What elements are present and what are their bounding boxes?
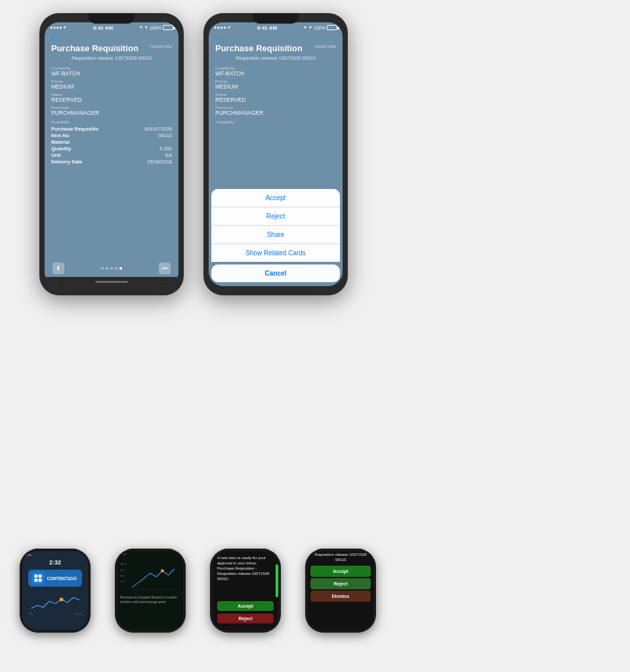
action-reject[interactable]: Reject [211,207,340,226]
field-value-created-by-left: WF-BATCH [51,70,172,77]
avail-row-2: Item No 00010 [51,133,172,138]
svg-rect-3 [38,579,41,582]
watch-3-notification: A new item is ready for your approval in… [213,551,278,630]
card-title-right: Purchase Requisition [215,43,303,54]
avail-row-6: Delivery Date 03/28/2018 [51,159,172,165]
bottom-bar-left: ⬆ ••• [45,260,178,277]
phone-right: ●●●● ▾ 9:41 AM ✦ ✦ 100% Purchase Requisi… [203,13,348,295]
action-share[interactable]: Share [211,226,340,244]
signal-left: ●●●● ▾ [50,25,67,30]
watch-1: ●●● 2:32 CONTENT2GO 0.00 100.00 [20,549,91,633]
svg-point-4 [59,598,63,602]
card-header-right: Purchase Requisition TS00007986 [215,43,336,54]
action-cancel[interactable]: Cancel [211,264,340,282]
battery-icon-right [327,25,337,30]
share-icon-left[interactable]: ⬆ [52,262,64,274]
watch-1-app-label: CONTENT2GO [47,576,77,581]
action-show-related-cards[interactable]: Show Related Cards [211,244,340,262]
field-value-processor-right: PURCHMANAGER [215,110,336,116]
time-left: 9:41 AM [93,25,113,31]
avail-row-1: Purchase Requisitio 0010073209 [51,126,172,132]
watch-4-title: Requisition release 10071528 00010 [310,553,371,563]
watch-4-reject-btn[interactable]: Reject [310,578,371,589]
svg-text:50.0: 50.0 [120,581,125,583]
watch-1-screen: ●●● 2:32 CONTENT2GO 0.00 100.00 [22,551,88,630]
watch-3-message: A new item is ready for your approval in… [217,555,274,581]
battery-icon-left [163,25,173,30]
battery-left: ✦ ✦ 100% [139,25,173,30]
avail-label-right: Availability [215,120,336,124]
availability-section-left: Availability Purchase Requisitio 0010073… [51,120,172,165]
watch-3-accept-btn[interactable]: Accept [217,601,274,611]
availability-section-right: Availability [215,120,336,124]
avail-row-5: Unit EA [51,152,172,158]
watch-1-app-icon [32,572,45,585]
watch-2-screen: ●●● 100.0 90.0 70.0 50.0 Revenue by Supp… [117,551,183,630]
field-value-created-by-right: WF-BATCH [215,70,336,77]
battery-right: ✦ ✦ 100% [303,25,337,30]
watch-2-caption: Revenue by Supplier Based on number of i… [120,595,180,604]
watch-1-time: 2:32 [22,558,88,567]
card-left: Purchase Requisition TS00007986 Requisit… [45,33,178,260]
field-value-status-right: RESERVED [215,96,336,103]
svg-text:90.0: 90.0 [120,569,125,572]
svg-point-9 [161,569,164,572]
watch-1-chart: 0.00 100.00 [28,589,83,616]
watch-1-status: ●●● [22,551,88,558]
avail-label-left: Availability [51,120,172,124]
watch-2-chart-area: 100.0 90.0 70.0 50.0 Revenue by Supplier… [117,557,183,630]
field-value-processor-left: PURCHMANAGER [51,110,172,116]
page-dots-left [101,267,122,270]
card-id-right: TS00007986 [314,45,336,49]
card-dot-right [215,37,219,41]
avail-row-3: Material [51,139,172,145]
time-right: 9:41 AM [257,25,277,31]
action-accept[interactable]: Accept [211,189,340,207]
watch-2: ●●● 100.0 90.0 70.0 50.0 Revenue by Supp… [115,549,186,633]
phone-right-screen: ●●●● ▾ 9:41 AM ✦ ✦ 100% Purchase Requisi… [209,22,343,286]
status-bar-left: ●●●● ▾ 9:41 AM ✦ ✦ 100% [45,22,178,33]
watch-3-reject-btn[interactable]: Reject [217,614,274,623]
svg-rect-1 [38,574,41,578]
watch-4: Requisition release 10071528 00010 Accep… [305,549,376,633]
svg-text:70.0: 70.0 [120,575,125,578]
watch-3-status-indicator [276,564,278,597]
status-bar-right: ●●●● ▾ 9:41 AM ✦ ✦ 100% [209,22,343,33]
phone-left-screen: ●●●● ▾ 9:41 AM ✦ ✦ 100% Purchase Requisi… [45,22,178,286]
svg-rect-2 [34,579,37,582]
watch-3-screen: A new item is ready for your approval in… [213,551,278,630]
phone-left: ●●●● ▾ 9:41 AM ✦ ✦ 100% Purchase Requisi… [39,13,184,295]
card-title-left: Purchase Requisition [51,43,138,54]
signal-right: ●●●● ▾ [214,25,231,30]
avail-row-4: Quantity 5.000 [51,146,172,152]
watch-4-accept-btn[interactable]: Accept [310,566,371,577]
action-sheet: Accept Reject Share Show Related Cards [211,189,340,262]
home-bar-left [45,277,178,286]
watch-4-approval: Requisition release 10071528 00010 Accep… [308,551,373,630]
svg-text:100.0: 100.0 [120,563,126,566]
svg-rect-0 [34,574,37,578]
card-subtitle-right: Requisition release 10073209 00010 [215,55,336,61]
field-value-status-left: RESERVED [51,96,172,103]
card-header-left: Purchase Requisition TS00007986 [51,43,172,54]
watch-3: A new item is ready for your approval in… [210,549,281,633]
watch-2-status: ●●● [117,551,183,557]
card-subtitle-left: Requisition release 10073209 00010 [51,55,172,61]
action-sheet-overlay: Accept Reject Share Show Related Cards C… [209,189,343,286]
watch-4-screen: Requisition release 10071528 00010 Accep… [308,551,373,630]
more-icon-left[interactable]: ••• [159,262,171,274]
card-id-left: TS00007986 [150,45,172,49]
field-value-priority-right: MEDIUM [215,83,336,90]
watch-4-dismiss-btn[interactable]: Dismiss [310,591,371,602]
card-dot-left [51,37,55,41]
field-value-priority-left: MEDIUM [51,83,172,90]
